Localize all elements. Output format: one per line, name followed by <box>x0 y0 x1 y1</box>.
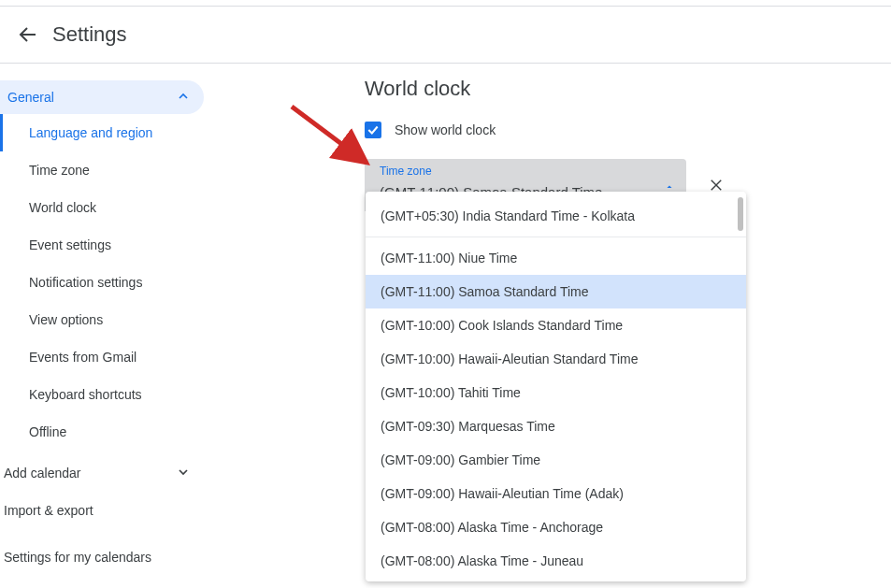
show-world-clock-checkbox[interactable] <box>365 122 381 138</box>
chevron-up-icon <box>176 89 191 107</box>
dropdown-separator <box>366 237 746 237</box>
sidebar-item-label: Events from Gmail <box>29 350 137 365</box>
timezone-option-label: (GMT-11:00) Niue Time <box>381 251 517 265</box>
timezone-option-label: (GMT-08:00) Alaska Time - Juneau <box>381 553 583 568</box>
header-bar: Settings <box>0 6 891 64</box>
sidebar-item-label: Keyboard shortcuts <box>29 387 142 402</box>
timezone-option[interactable]: (GMT-09:00) Gambier Time <box>366 443 746 477</box>
sidebar-item-language-region[interactable]: Language and region <box>0 114 204 151</box>
sidebar-item-time-zone[interactable]: Time zone <box>0 151 204 189</box>
sidebar-section-label: Add calendar <box>4 466 81 480</box>
sidebar-item-label: Notification settings <box>29 275 142 290</box>
timezone-option[interactable]: (GMT-08:00) Alaska Time - Juneau <box>366 544 746 578</box>
sidebar-section-label: General <box>7 90 54 105</box>
sidebar-item-keyboard-shortcuts[interactable]: Keyboard shortcuts <box>0 376 204 413</box>
sidebar-section-label: Import & export <box>4 503 93 518</box>
sidebar-item-label: Offline <box>29 424 66 439</box>
timezone-option[interactable]: (GMT-11:00) Niue Time <box>366 241 746 275</box>
timezone-option-label: (GMT+05:30) India Standard Time - Kolkat… <box>381 208 635 223</box>
sidebar-item-world-clock[interactable]: World clock <box>0 189 204 226</box>
sidebar-item-offline[interactable]: Offline <box>0 413 204 451</box>
sidebar-item-event-settings[interactable]: Event settings <box>0 226 204 264</box>
sidebar-item-label: View options <box>29 312 103 327</box>
timezone-option[interactable]: (GMT-10:00) Hawaii-Aleutian Standard Tim… <box>366 342 746 376</box>
timezone-option[interactable]: (GMT-09:30) Marquesas Time <box>366 409 746 443</box>
timezone-option-label: (GMT-09:00) Gambier Time <box>381 452 540 467</box>
sidebar-section-general[interactable]: General <box>0 80 204 114</box>
timezone-option[interactable]: (GMT-09:00) Hawaii-Aleutian Time (Adak) <box>366 477 746 510</box>
page-title: Settings <box>52 22 127 47</box>
sidebar-item-label: World clock <box>29 200 96 215</box>
settings-sidebar: General Language and region Time zone Wo… <box>0 64 204 565</box>
sidebar-item-notification-settings[interactable]: Notification settings <box>0 264 204 301</box>
sidebar-item-label: Event settings <box>29 237 111 252</box>
section-title-world-clock: World clock <box>365 77 891 101</box>
timezone-option-label: (GMT-10:00) Hawaii-Aleutian Standard Tim… <box>381 351 638 366</box>
dropdown-scrollbar[interactable] <box>738 197 743 231</box>
sidebar-section-add-calendar[interactable]: Add calendar <box>0 454 204 492</box>
show-world-clock-label: Show world clock <box>395 122 496 137</box>
chevron-down-icon <box>176 465 191 482</box>
timezone-option-label: (GMT-09:30) Marquesas Time <box>381 419 555 434</box>
sidebar-footer-heading: Settings for my calendars <box>0 529 204 565</box>
timezone-option-label: (GMT-09:00) Hawaii-Aleutian Time (Adak) <box>381 486 624 501</box>
timezone-option[interactable]: (GMT+05:30) India Standard Time - Kolkat… <box>366 199 746 233</box>
sidebar-section-import-export[interactable]: Import & export <box>0 492 204 529</box>
timezone-option-label: (GMT-10:00) Tahiti Time <box>381 385 521 400</box>
timezone-option-label: (GMT-11:00) Samoa Standard Time <box>381 284 589 299</box>
timezone-option[interactable]: (GMT-11:00) Samoa Standard Time <box>366 275 746 308</box>
timezone-option-label: (GMT-10:00) Cook Islands Standard Time <box>381 318 623 333</box>
checkmark-icon <box>366 123 380 136</box>
timezone-field-label: Time zone <box>380 165 432 178</box>
show-world-clock-row: Show world clock <box>365 122 891 138</box>
sidebar-item-label: Language and region <box>29 125 152 140</box>
timezone-option[interactable]: (GMT-10:00) Cook Islands Standard Time <box>366 308 746 342</box>
sidebar-item-view-options[interactable]: View options <box>0 301 204 338</box>
timezone-option-label: (GMT-08:00) Alaska Time - Anchorage <box>381 520 603 535</box>
arrow-left-icon <box>17 23 39 46</box>
back-button[interactable] <box>9 16 47 53</box>
timezone-option[interactable]: (GMT-08:00) Alaska Time - Anchorage <box>366 510 746 544</box>
sidebar-item-events-from-gmail[interactable]: Events from Gmail <box>0 338 204 376</box>
timezone-dropdown[interactable]: (GMT+05:30) India Standard Time - Kolkat… <box>366 192 746 581</box>
timezone-option[interactable]: (GMT-10:00) Tahiti Time <box>366 376 746 409</box>
sidebar-item-label: Time zone <box>29 163 90 178</box>
